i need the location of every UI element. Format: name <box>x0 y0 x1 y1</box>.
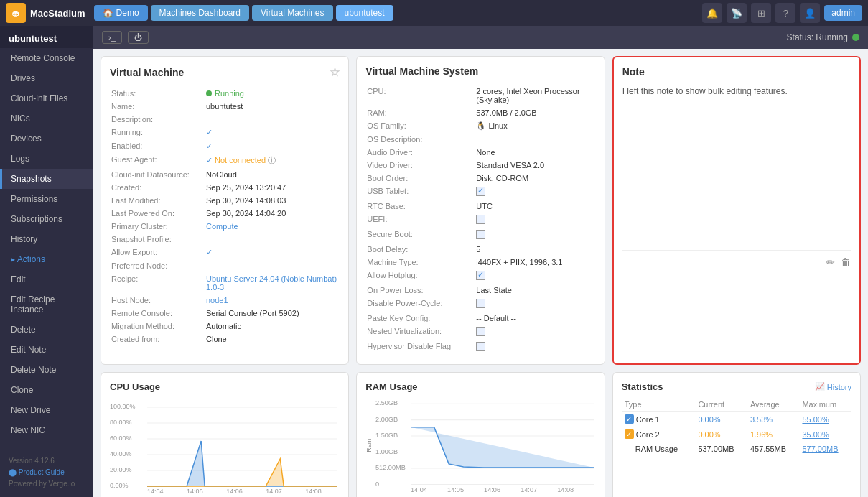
sidebar-item-subscriptions[interactable]: Subscriptions <box>0 209 93 229</box>
powered-by-label: Powered by Verge.io <box>9 478 85 490</box>
table-row: On Power Loss:Last State <box>367 284 594 296</box>
sidebar-item-nics[interactable]: NICs <box>0 108 93 129</box>
sidebar: ubuntutest Remote Console Drives Cloud-i… <box>0 26 93 497</box>
table-row: Disable Power-Cycle: <box>367 297 594 311</box>
table-row: Allow Export:✓ <box>111 246 338 259</box>
notifications-icon[interactable]: 🔔 <box>702 3 722 23</box>
core1-maximum[interactable]: 55.00% <box>799 412 851 427</box>
edit-note-button[interactable]: ✏ <box>826 256 835 268</box>
svg-text:100.00%: 100.00% <box>110 403 136 410</box>
nav-machines-dashboard-button[interactable]: Machines Dashboard <box>151 5 249 21</box>
table-row: RAM Usage 537.00MB 457.55MB 577.00MB <box>622 442 851 456</box>
cpu-chart-panel: CPU Usage 100.00% 80.00% 60.00% 40.00% 2… <box>101 372 349 497</box>
core2-checkbox[interactable]: ✓ <box>625 429 634 439</box>
core1-checkbox[interactable]: ✓ <box>625 414 634 424</box>
table-row: Primary Cluster:Compute <box>111 220 338 232</box>
svg-text:14:08: 14:08 <box>558 486 574 493</box>
sidebar-item-permissions[interactable]: Permissions <box>0 189 93 209</box>
sidebar-item-drives[interactable]: Drives <box>0 68 93 88</box>
sidebar-item-new-nic[interactable]: New NIC <box>0 420 93 440</box>
sidebar-item-edit-note[interactable]: Edit Note <box>0 340 93 360</box>
user-icon[interactable]: 👤 <box>800 3 820 23</box>
core1-current: 0.00% <box>695 412 747 427</box>
ram-chart-container: Ram 2.50GB 2.00GB 1.50GB 1.00GB 512.00MB… <box>365 398 595 493</box>
node-link[interactable]: node1 <box>206 296 228 305</box>
usb-tablet-checkbox <box>476 187 485 196</box>
status-label: Status: Running <box>787 32 848 42</box>
power-cycle-checkbox <box>476 299 485 308</box>
sidebar-item-delete[interactable]: Delete <box>0 320 93 340</box>
maximum-header: Maximum <box>799 398 851 412</box>
product-guide-link[interactable]: ⬤ Product Guide <box>9 467 85 478</box>
uefi-checkbox <box>476 215 485 224</box>
logo-text: MacStadium <box>30 8 85 19</box>
sidebar-item-new-drive[interactable]: New Drive <box>0 400 93 420</box>
sidebar-item-history[interactable]: History <box>0 229 93 249</box>
table-row: Name:ubuntutest <box>111 101 338 112</box>
svg-text:1.50GB: 1.50GB <box>375 432 398 439</box>
system-panel-title: Virtual Machine System <box>365 65 595 77</box>
rss-icon[interactable]: 📡 <box>727 3 747 23</box>
svg-text:14:06: 14:06 <box>226 488 243 495</box>
ram-maximum[interactable]: 577.00MB <box>799 442 851 456</box>
svg-text:1.00GB: 1.00GB <box>375 448 398 455</box>
sidebar-item-clone[interactable]: Clone <box>0 380 93 400</box>
core2-average: 1.96% <box>747 427 800 442</box>
ram-name: RAM Usage <box>625 445 693 453</box>
svg-text:40.00%: 40.00% <box>110 450 132 457</box>
help-icon[interactable]: ? <box>775 3 795 23</box>
svg-text:14:07: 14:07 <box>266 488 282 495</box>
svg-text:2.50GB: 2.50GB <box>375 399 398 407</box>
svg-text:0: 0 <box>375 480 379 488</box>
history-link[interactable]: 📈 History <box>815 382 851 391</box>
nav-demo-button[interactable]: 🏠 Demo <box>94 5 148 21</box>
table-row: UEFI: <box>367 213 594 227</box>
core2-name: ✓ Core 2 <box>625 429 693 439</box>
ram-chart-svg: 2.50GB 2.00GB 1.50GB 1.00GB 512.00MB 0 1… <box>375 398 595 493</box>
table-row: RTC Base:UTC <box>367 200 594 212</box>
power-button[interactable]: ⏻ <box>128 31 149 44</box>
favorite-star-icon[interactable]: ☆ <box>330 65 340 79</box>
table-row: Created:Sep 25, 2024 13:20:47 <box>111 182 338 193</box>
svg-text:0.00%: 0.00% <box>110 482 129 489</box>
logo-icon: 🏟 <box>6 3 26 23</box>
sidebar-item-cloud-init-files[interactable]: Cloud-init Files <box>0 88 93 108</box>
sidebar-item-delete-note[interactable]: Delete Note <box>0 360 93 380</box>
table-row: Host Node:node1 <box>111 294 338 306</box>
table-row: Created from:Clone <box>111 333 338 345</box>
sidebar-item-remote-console[interactable]: Remote Console <box>0 48 93 68</box>
recipe-link[interactable]: Ubuntu Server 24.04 (Noble Numbat) 1.0-3 <box>206 274 337 292</box>
table-row: Allow Hotplug: <box>367 269 594 283</box>
table-row: Hypervisor Disable Flag <box>367 340 594 354</box>
table-row: Video Driver:Standard VESA 2.0 <box>367 159 594 171</box>
type-header: Type <box>622 398 696 412</box>
sidebar-item-logs[interactable]: Logs <box>0 149 93 169</box>
grid-icon[interactable]: ⊞ <box>751 3 771 23</box>
version-label: Version 4.12.6 <box>9 455 85 467</box>
sidebar-item-edit[interactable]: Edit <box>0 269 93 289</box>
sidebar-title: ubuntutest <box>0 26 93 48</box>
sidebar-item-devices[interactable]: Devices <box>0 129 93 149</box>
table-row: Boot Delay:5 <box>367 243 594 255</box>
compute-link[interactable]: Compute <box>206 222 238 231</box>
note-actions: ✏ 🗑 <box>622 250 851 268</box>
terminal-button[interactable]: ›_ <box>102 31 122 44</box>
chart-icon: 📈 <box>815 382 825 391</box>
core2-maximum[interactable]: 35.00% <box>799 427 851 442</box>
logo[interactable]: 🏟 MacStadium <box>6 3 85 23</box>
table-row: Secure Boot: <box>367 228 594 242</box>
table-row: Boot Order:Disk, CD-ROM <box>367 172 594 184</box>
table-row: Machine Type:i440FX + PIIX, 1996, 3.1 <box>367 256 594 268</box>
nav-ubuntutest-button[interactable]: ubuntutest <box>336 5 393 21</box>
system-panel: Virtual Machine System CPU:2 cores, Inte… <box>356 56 605 365</box>
sidebar-item-actions[interactable]: ▸ Actions <box>0 249 93 269</box>
table-row: Snapshot Profile: <box>111 233 338 245</box>
table-row: Cloud-init Datasource:NoCloud <box>111 169 338 180</box>
nav-virtual-machines-button[interactable]: Virtual Machines <box>252 5 333 21</box>
admin-button[interactable]: admin <box>824 5 862 21</box>
sidebar-item-snapshots[interactable]: Snapshots <box>0 169 93 189</box>
delete-note-button[interactable]: 🗑 <box>841 256 851 268</box>
table-row: Last Modified:Sep 30, 2024 14:08:03 <box>111 195 338 206</box>
sidebar-item-edit-recipe-instance[interactable]: Edit Recipe Instance <box>0 289 93 320</box>
svg-text:2.00GB: 2.00GB <box>375 416 398 423</box>
